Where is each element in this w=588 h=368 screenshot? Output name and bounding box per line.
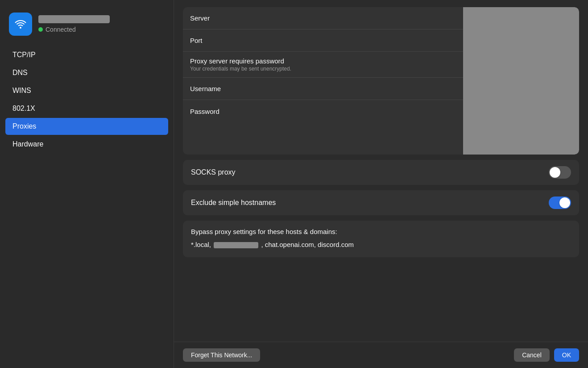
socks-toggle-row: SOCKS proxy	[183, 160, 579, 185]
sidebar-item-hardware[interactable]: Hardware	[5, 136, 168, 153]
username-label: Username	[190, 85, 315, 92]
scrollable-content: Server Port Proxy server requires passwo…	[174, 0, 588, 342]
port-input[interactable]	[315, 37, 456, 44]
exclude-hostnames-card: Exclude simple hostnames	[183, 190, 579, 215]
username-input[interactable]	[315, 85, 456, 92]
password-input[interactable]	[315, 108, 456, 115]
password-row: Password	[183, 100, 463, 122]
network-info: Connected	[38, 15, 110, 33]
sidebar: Connected TCP/IP DNS WINS 802.1X Proxies…	[0, 0, 174, 368]
exclude-toggle-knob	[559, 197, 570, 208]
bypass-hosts: *.local, , chat.openai.com, discord.com	[191, 240, 571, 250]
port-row: Port	[183, 29, 463, 52]
nav-list: TCP/IP DNS WINS 802.1X Proxies Hardware	[0, 46, 174, 153]
wifi-icon-container	[9, 13, 32, 36]
sidebar-item-dns[interactable]: DNS	[5, 64, 168, 81]
port-label: Port	[190, 37, 315, 44]
wifi-icon	[13, 17, 28, 31]
socks-proxy-label: SOCKS proxy	[191, 168, 236, 176]
socks-proxy-card: SOCKS proxy	[183, 160, 579, 185]
password-label: Password	[190, 108, 315, 115]
cancel-button[interactable]: Cancel	[514, 348, 550, 362]
content-area: Server Port Proxy server requires passwo…	[174, 0, 588, 368]
username-row: Username	[183, 78, 463, 100]
exclude-toggle-row: Exclude simple hostnames	[183, 190, 579, 215]
status-dot	[38, 27, 43, 32]
exclude-hostnames-toggle[interactable]	[549, 197, 571, 209]
server-row: Server	[183, 7, 463, 29]
sidebar-item-proxies[interactable]: Proxies	[5, 118, 168, 135]
sidebar-item-tcpip[interactable]: TCP/IP	[5, 46, 168, 63]
bypass-hosts-prefix: *.local,	[191, 241, 211, 248]
server-input[interactable]	[315, 14, 456, 22]
proxy-image-block	[463, 7, 579, 155]
forget-network-button[interactable]: Forget This Network...	[183, 348, 260, 362]
bypass-hosts-redacted	[214, 242, 258, 248]
left-actions: Forget This Network...	[183, 348, 260, 362]
connected-status: Connected	[38, 26, 110, 33]
proxy-password-row: Proxy server requires password Your cred…	[183, 52, 463, 78]
sidebar-item-8021x[interactable]: 802.1X	[5, 100, 168, 117]
main-container: Connected TCP/IP DNS WINS 802.1X Proxies…	[0, 0, 588, 368]
sidebar-item-wins[interactable]: WINS	[5, 82, 168, 99]
socks-proxy-toggle[interactable]	[549, 166, 571, 179]
ok-button[interactable]: OK	[554, 348, 579, 362]
exclude-hostnames-label: Exclude simple hostnames	[191, 199, 276, 207]
network-name-redacted	[38, 15, 110, 23]
proxy-password-sublabel: Your credentials may be sent unencrypted…	[190, 66, 315, 72]
server-credentials-card: Server Port Proxy server requires passwo…	[183, 7, 579, 155]
network-header: Connected	[0, 7, 174, 46]
right-actions: Cancel OK	[514, 348, 579, 362]
bypass-section: Bypass proxy settings for these hosts & …	[183, 221, 579, 257]
proxy-password-label: Proxy server requires password	[190, 57, 315, 65]
bypass-hosts-suffix: , chat.openai.com, discord.com	[261, 241, 354, 248]
socks-toggle-knob	[550, 167, 560, 178]
server-fields: Server Port Proxy server requires passwo…	[183, 7, 463, 155]
server-label: Server	[190, 14, 315, 22]
bottom-bar: Forget This Network... Cancel OK	[174, 342, 588, 368]
bypass-title: Bypass proxy settings for these hosts & …	[191, 228, 571, 235]
bypass-proxy-card: Bypass proxy settings for these hosts & …	[183, 221, 579, 257]
status-text: Connected	[46, 26, 76, 33]
